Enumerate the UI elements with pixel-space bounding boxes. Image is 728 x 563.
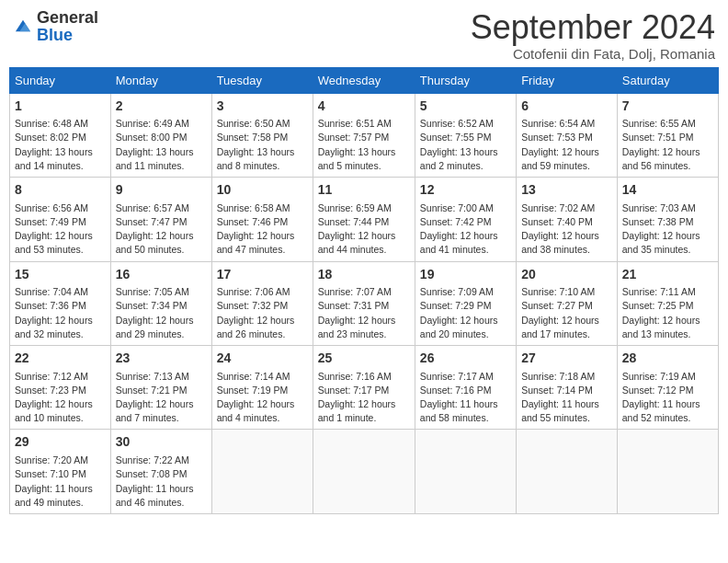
day-number: 30 [116, 433, 207, 452]
calendar-cell: 18Sunrise: 7:07 AMSunset: 7:31 PMDayligh… [313, 261, 415, 345]
day-number: 22 [15, 350, 106, 368]
cell-details: Sunrise: 6:54 AMSunset: 7:53 PMDaylight:… [521, 117, 612, 173]
weekday-header: Thursday [415, 67, 516, 93]
page-header: General Blue September 2024 Cotofenii di… [9, 9, 719, 62]
logo: General Blue [13, 9, 98, 44]
calendar-cell [517, 430, 618, 513]
calendar-table: SundayMondayTuesdayWednesdayThursdayFrid… [9, 67, 719, 514]
calendar-cell: 9Sunrise: 6:57 AMSunset: 7:47 PMDaylight… [110, 178, 211, 261]
calendar-cell: 22Sunrise: 7:12 AMSunset: 7:23 PMDayligh… [10, 346, 111, 430]
cell-details: Sunrise: 7:17 AMSunset: 7:16 PMDaylight:… [420, 370, 511, 426]
cell-details: Sunrise: 6:55 AMSunset: 7:51 PMDaylight:… [622, 117, 713, 173]
cell-details: Sunrise: 7:00 AMSunset: 7:42 PMDaylight:… [420, 201, 511, 258]
cell-details: Sunrise: 6:52 AMSunset: 7:55 PMDaylight:… [420, 117, 511, 173]
calendar-cell: 2Sunrise: 6:49 AMSunset: 8:00 PMDaylight… [110, 93, 211, 177]
logo-blue: Blue [37, 26, 73, 44]
day-number: 16 [116, 266, 207, 284]
cell-details: Sunrise: 7:02 AMSunset: 7:40 PMDaylight:… [521, 201, 612, 258]
day-number: 27 [521, 350, 612, 368]
calendar-cell: 30Sunrise: 7:22 AMSunset: 7:08 PMDayligh… [110, 430, 211, 513]
cell-details: Sunrise: 7:14 AMSunset: 7:19 PMDaylight:… [217, 370, 308, 426]
month-year: September 2024 [471, 9, 715, 46]
calendar-week-row: 22Sunrise: 7:12 AMSunset: 7:23 PMDayligh… [10, 346, 719, 430]
day-number: 15 [15, 266, 106, 284]
day-number: 28 [622, 350, 713, 368]
cell-details: Sunrise: 6:48 AMSunset: 8:02 PMDaylight:… [15, 117, 106, 173]
weekday-header: Saturday [617, 67, 718, 93]
calendar-cell: 20Sunrise: 7:10 AMSunset: 7:27 PMDayligh… [517, 261, 618, 345]
calendar-cell [211, 430, 313, 513]
cell-details: Sunrise: 7:04 AMSunset: 7:36 PMDaylight:… [15, 285, 106, 341]
calendar-cell: 4Sunrise: 6:51 AMSunset: 7:57 PMDaylight… [313, 93, 415, 177]
logo-general: General [37, 8, 98, 27]
day-number: 21 [622, 266, 713, 284]
logo-icon [13, 17, 33, 37]
cell-details: Sunrise: 7:16 AMSunset: 7:17 PMDaylight:… [318, 370, 410, 426]
calendar-cell [617, 430, 718, 513]
cell-details: Sunrise: 7:12 AMSunset: 7:23 PMDaylight:… [15, 370, 106, 426]
day-number: 29 [15, 433, 106, 452]
day-number: 25 [318, 350, 410, 368]
calendar-cell: 12Sunrise: 7:00 AMSunset: 7:42 PMDayligh… [415, 178, 516, 261]
calendar-cell: 23Sunrise: 7:13 AMSunset: 7:21 PMDayligh… [110, 346, 211, 430]
cell-details: Sunrise: 6:49 AMSunset: 8:00 PMDaylight:… [116, 117, 207, 173]
cell-details: Sunrise: 7:07 AMSunset: 7:31 PMDaylight:… [318, 285, 410, 341]
calendar-cell: 7Sunrise: 6:55 AMSunset: 7:51 PMDaylight… [617, 93, 718, 177]
day-number: 23 [116, 350, 207, 368]
cell-details: Sunrise: 7:18 AMSunset: 7:14 PMDaylight:… [521, 370, 612, 426]
calendar-cell: 28Sunrise: 7:19 AMSunset: 7:12 PMDayligh… [617, 346, 718, 430]
weekday-header: Monday [110, 67, 211, 93]
calendar-week-row: 15Sunrise: 7:04 AMSunset: 7:36 PMDayligh… [10, 261, 719, 345]
cell-details: Sunrise: 6:58 AMSunset: 7:46 PMDaylight:… [217, 201, 308, 258]
cell-details: Sunrise: 6:56 AMSunset: 7:49 PMDaylight:… [15, 201, 106, 258]
day-number: 18 [318, 266, 410, 284]
cell-details: Sunrise: 6:57 AMSunset: 7:47 PMDaylight:… [116, 201, 207, 258]
cell-details: Sunrise: 6:50 AMSunset: 7:58 PMDaylight:… [217, 117, 308, 173]
cell-details: Sunrise: 7:20 AMSunset: 7:10 PMDaylight:… [15, 454, 106, 510]
calendar-cell: 11Sunrise: 6:59 AMSunset: 7:44 PMDayligh… [313, 178, 415, 261]
day-number: 9 [116, 181, 207, 200]
day-number: 10 [217, 181, 308, 200]
day-number: 17 [217, 266, 308, 284]
day-number: 26 [420, 350, 511, 368]
cell-details: Sunrise: 7:06 AMSunset: 7:32 PMDaylight:… [217, 285, 308, 341]
calendar-week-row: 8Sunrise: 6:56 AMSunset: 7:49 PMDaylight… [10, 178, 719, 261]
day-number: 6 [521, 98, 612, 116]
calendar-cell: 14Sunrise: 7:03 AMSunset: 7:38 PMDayligh… [617, 178, 718, 261]
calendar-cell: 17Sunrise: 7:06 AMSunset: 7:32 PMDayligh… [211, 261, 313, 345]
cell-details: Sunrise: 6:51 AMSunset: 7:57 PMDaylight:… [318, 117, 410, 173]
cell-details: Sunrise: 7:22 AMSunset: 7:08 PMDaylight:… [116, 454, 207, 510]
day-number: 24 [217, 350, 308, 368]
cell-details: Sunrise: 7:10 AMSunset: 7:27 PMDaylight:… [521, 285, 612, 341]
cell-details: Sunrise: 6:59 AMSunset: 7:44 PMDaylight:… [318, 201, 410, 258]
calendar-cell: 5Sunrise: 6:52 AMSunset: 7:55 PMDaylight… [415, 93, 516, 177]
cell-details: Sunrise: 7:03 AMSunset: 7:38 PMDaylight:… [622, 201, 713, 258]
calendar-cell: 13Sunrise: 7:02 AMSunset: 7:40 PMDayligh… [517, 178, 618, 261]
calendar-cell: 6Sunrise: 6:54 AMSunset: 7:53 PMDaylight… [517, 93, 618, 177]
calendar-week-row: 1Sunrise: 6:48 AMSunset: 8:02 PMDaylight… [10, 93, 719, 177]
cell-details: Sunrise: 7:05 AMSunset: 7:34 PMDaylight:… [116, 285, 207, 341]
weekday-header: Sunday [10, 67, 111, 93]
day-number: 11 [318, 181, 410, 200]
calendar-cell: 15Sunrise: 7:04 AMSunset: 7:36 PMDayligh… [10, 261, 111, 345]
calendar-cell: 27Sunrise: 7:18 AMSunset: 7:14 PMDayligh… [517, 346, 618, 430]
calendar-cell: 3Sunrise: 6:50 AMSunset: 7:58 PMDaylight… [211, 93, 313, 177]
day-number: 8 [15, 181, 106, 200]
calendar-cell [313, 430, 415, 513]
weekday-header: Tuesday [211, 67, 313, 93]
calendar-cell: 26Sunrise: 7:17 AMSunset: 7:16 PMDayligh… [415, 346, 516, 430]
weekday-header: Wednesday [313, 67, 415, 93]
day-number: 14 [622, 181, 713, 200]
day-number: 19 [420, 266, 511, 284]
cell-details: Sunrise: 7:09 AMSunset: 7:29 PMDaylight:… [420, 285, 511, 341]
calendar-cell: 10Sunrise: 6:58 AMSunset: 7:46 PMDayligh… [211, 178, 313, 261]
day-number: 3 [217, 98, 308, 116]
day-number: 4 [318, 98, 410, 116]
calendar-cell: 29Sunrise: 7:20 AMSunset: 7:10 PMDayligh… [10, 430, 111, 513]
calendar-header-row: SundayMondayTuesdayWednesdayThursdayFrid… [10, 67, 719, 93]
day-number: 7 [622, 98, 713, 116]
calendar-cell: 8Sunrise: 6:56 AMSunset: 7:49 PMDaylight… [10, 178, 111, 261]
day-number: 1 [15, 98, 106, 116]
calendar-cell [415, 430, 516, 513]
day-number: 13 [521, 181, 612, 200]
